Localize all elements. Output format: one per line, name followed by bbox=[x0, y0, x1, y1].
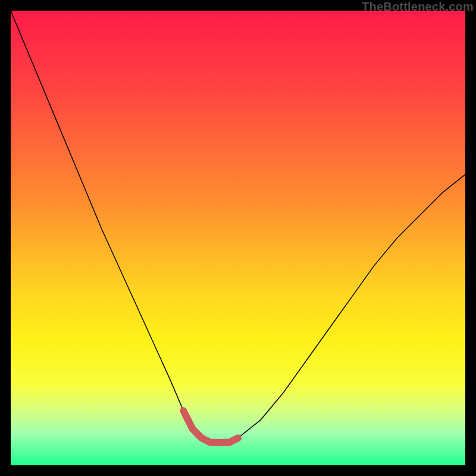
watermark-text: TheBottleneck.com bbox=[362, 0, 474, 14]
chart-plot-area bbox=[11, 11, 465, 465]
sweet-spot-highlight-line bbox=[183, 411, 238, 442]
chart-frame: TheBottleneck.com bbox=[0, 0, 476, 476]
bottleneck-curve-line bbox=[11, 11, 465, 443]
chart-svg bbox=[11, 11, 465, 465]
